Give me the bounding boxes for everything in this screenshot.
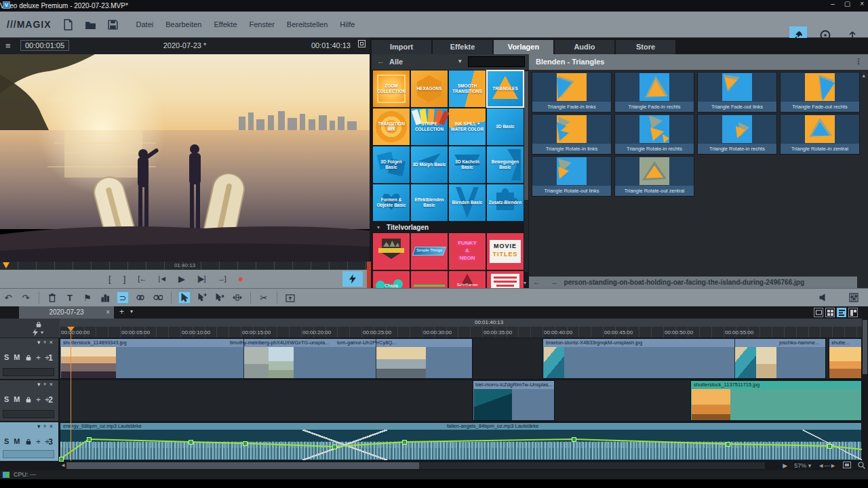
category-bewegungen-basic[interactable]: Bewegungen Basic (487, 146, 524, 183)
mouse-mode-track-icon[interactable] (214, 292, 225, 303)
audio-clip-group[interactable]: energy_68bpm_oz.mp3 Lautstärke fallen-an… (60, 422, 862, 461)
search-input[interactable] (468, 56, 525, 67)
category-3d-kacheln-basic[interactable]: 3D Kacheln Basic (449, 146, 486, 183)
title-template-partial-1[interactable]: Chapa (373, 271, 410, 288)
category-blenden-basic[interactable]: Blenden Basic (449, 184, 486, 221)
preview-scrub-bar[interactable]: 01:40:13 (0, 262, 370, 270)
transition-fade-out-rechts[interactable]: Triangle Fade-out rechts (780, 72, 860, 113)
category-zusatz-blenden[interactable]: Zusatz-Blenden (487, 184, 524, 221)
view-overview-icon[interactable] (848, 308, 858, 317)
tab-dropdown-icon[interactable]: ▾ (130, 308, 133, 314)
mute-speaker-icon[interactable] (818, 292, 829, 303)
hscroll-thumb[interactable] (66, 462, 419, 469)
transition-rotate-in-zentral[interactable]: Triangle Rotate-in zentral (780, 114, 860, 155)
jump-end-button[interactable]: →] (218, 270, 226, 288)
category-3d-basic[interactable]: 3D Basic (487, 108, 524, 145)
transition-rotate-in-rechts-2[interactable]: Triangle Rotate-in rechts (697, 114, 777, 155)
mouse-mode-select-icon[interactable] (179, 292, 190, 303)
project-tab[interactable]: 2020-07-23× (19, 306, 114, 319)
tab-effekte[interactable]: Effekte (433, 40, 492, 54)
mouse-mode-stretch-icon[interactable] (232, 292, 243, 303)
audio-visualizer-icon[interactable] (100, 292, 111, 303)
solo-button[interactable]: S (4, 395, 9, 403)
scroll-up-icon[interactable]: ▴ (862, 72, 865, 79)
ruler-range-bar[interactable]: 00:01:40:13 (60, 319, 868, 327)
video-preview[interactable] (0, 54, 370, 262)
maximize-button[interactable]: ▢ (844, 0, 850, 7)
envelope-node[interactable] (726, 442, 730, 447)
quick-action-button[interactable] (342, 271, 363, 287)
solo-button[interactable]: S (4, 437, 9, 445)
playhead-line[interactable] (71, 327, 71, 461)
ungroup-icon[interactable] (153, 292, 163, 303)
save-project-icon[interactable] (107, 19, 119, 30)
view-storyboard-icon[interactable] (825, 308, 835, 317)
track-header-2[interactable]: ▾+× SM÷÷ 2 (0, 380, 58, 421)
category-transition-mix[interactable]: TRANSITION MIX (373, 108, 410, 145)
marker-flag-icon[interactable]: ⚑ (82, 292, 93, 303)
category-stripe-collection[interactable]: STRIPE COLLECTION (411, 108, 448, 145)
envelope-node[interactable] (332, 445, 337, 449)
preview-maximize-icon[interactable] (358, 40, 366, 47)
transition-rotate-in-links[interactable]: Triangle Rotate-in links (532, 114, 612, 155)
title-template-funky-neon[interactable]: FUNKY & NEON (449, 233, 486, 270)
timeline-ruler[interactable]: 00:00:00:00 00:00:05:00 00:00:10:00 00:0… (60, 327, 868, 338)
envelope-node[interactable] (243, 441, 248, 446)
category-3d-folgen-basic[interactable]: 3D Folgen Basic (373, 146, 410, 183)
zoom-frame-icon[interactable] (843, 462, 851, 470)
insert-mode-icon[interactable] (285, 292, 296, 303)
menu-bearbeiten[interactable]: Bearbeiten (165, 20, 201, 28)
category-triangles[interactable]: TRIANGLES (487, 70, 524, 107)
delete-icon[interactable] (47, 292, 58, 303)
panel-splitter[interactable] (367, 262, 371, 288)
transition-rotate-out-links[interactable]: Triangle Rotate-out links (532, 156, 612, 197)
zoom-fit-icon[interactable]: ◄—► (818, 462, 836, 469)
track-name-input[interactable] (3, 450, 54, 458)
fade-icon[interactable]: ÷ (37, 437, 41, 445)
scroll-left-icon[interactable]: ◄ (60, 462, 66, 468)
title-template-badge[interactable] (373, 233, 410, 270)
envelope-node[interactable] (59, 457, 64, 462)
group-icon[interactable] (135, 292, 146, 303)
track-header-3[interactable]: ▾+× SM÷÷ 3 (0, 422, 58, 461)
record-button[interactable]: ● (238, 270, 243, 288)
panel-menu-icon[interactable]: ⋮ (854, 54, 863, 70)
fade-icon[interactable]: ÷ (37, 395, 41, 403)
fade-icon[interactable]: ÷ (37, 353, 41, 361)
close-button[interactable]: × (860, 0, 864, 7)
split-scissors-icon[interactable]: ✂ (258, 292, 269, 303)
mute-button[interactable]: M (14, 353, 20, 361)
menu-bereitstellen[interactable]: Bereitstellen (287, 20, 328, 28)
menu-hilfe[interactable]: Hilfe (340, 20, 355, 28)
zoom-magnifier-icon[interactable] (858, 462, 865, 470)
transition-fade-in-links[interactable]: Triangle Fade-in links (532, 72, 612, 113)
range-play-button[interactable]: [▶] (197, 270, 205, 288)
menu-effekte[interactable]: Effekte (214, 20, 237, 28)
category-smooth-transitions[interactable]: SMOOTH TRANSITIONS (449, 70, 486, 107)
pool-scrollbar[interactable] (524, 71, 528, 272)
video-clip-shutterstock-selected[interactable]: shutterstock_1137511715.jpg (690, 380, 862, 421)
lock-icon[interactable] (35, 321, 42, 328)
title-template-movie-titles[interactable]: MOVIE TITLES (487, 233, 524, 270)
vscroll-thumb[interactable] (863, 320, 867, 374)
envelope-node[interactable] (189, 440, 193, 445)
envelope-node[interactable] (572, 437, 576, 442)
transition-mode-icon[interactable]: ⊃ (117, 292, 128, 303)
mute-button[interactable]: M (14, 395, 20, 403)
close-tab-icon[interactable]: × (106, 306, 110, 319)
filter-dropdown[interactable]: Alle (389, 58, 403, 66)
section-titelvorlagen[interactable]: ▾Titelvorlagen (372, 223, 529, 232)
video-clip-group-2[interactable]: braxton-stuntz-X4B33rgnqkM-unsplash.jpg … (542, 338, 826, 379)
open-project-icon[interactable] (85, 19, 96, 30)
transition-rotate-in-rechts[interactable]: Triangle Rotate-in rechts (614, 114, 694, 155)
category-3d-morph-basic[interactable]: 3D Morph Basic (411, 146, 448, 183)
title-template-partial-2[interactable] (411, 271, 448, 288)
corner-dropdown-icon[interactable]: ▾ (41, 329, 43, 336)
vertical-scrollbar[interactable] (862, 319, 868, 461)
category-effektblenden-basic[interactable]: Effektblenden Basic (411, 184, 448, 221)
file-forward-icon[interactable]: → (551, 278, 558, 286)
scroll-right-icon[interactable]: ▶ (783, 462, 787, 469)
title-template-simple-things[interactable]: Simple Things (411, 233, 448, 270)
redo-icon[interactable]: ↷ (20, 292, 31, 303)
track-header-1[interactable]: ▾+× SM÷÷ 1 (0, 338, 58, 379)
